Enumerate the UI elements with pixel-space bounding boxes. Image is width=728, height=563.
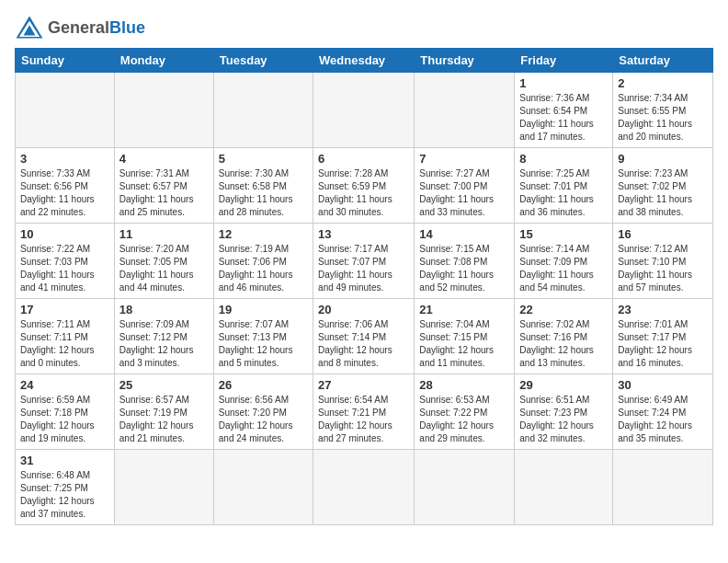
day-info: Sunrise: 7:07 AM Sunset: 7:13 PM Dayligh… [219,318,308,370]
day-info: Sunrise: 7:04 AM Sunset: 7:15 PM Dayligh… [419,318,509,370]
day-number: 13 [318,227,409,241]
day-info: Sunrise: 7:27 AM Sunset: 7:00 PM Dayligh… [419,167,509,219]
day-info: Sunrise: 7:33 AM Sunset: 6:56 PM Dayligh… [20,167,109,219]
day-number: 12 [219,227,308,241]
calendar-cell: 8Sunrise: 7:25 AM Sunset: 7:01 PM Daylig… [515,148,613,224]
day-number: 23 [618,303,708,316]
calendar-cell [114,450,213,525]
column-header-monday: Monday [114,49,213,73]
day-info: Sunrise: 7:17 AM Sunset: 7:07 PM Dayligh… [318,243,409,294]
calendar-cell [213,450,313,525]
calendar-cell [515,450,613,525]
day-number: 14 [419,227,509,241]
day-number: 27 [318,378,409,392]
day-number: 30 [618,378,708,392]
day-info: Sunrise: 7:20 AM Sunset: 7:05 PM Dayligh… [119,243,209,294]
calendar-cell [415,73,515,148]
calendar-cell [415,450,515,525]
day-info: Sunrise: 6:51 AM Sunset: 7:23 PM Dayligh… [519,394,608,445]
day-number: 29 [519,378,608,392]
day-number: 19 [219,303,308,316]
day-number: 6 [318,152,409,166]
calendar-week-row: 1Sunrise: 7:36 AM Sunset: 6:54 PM Daylig… [16,73,713,148]
day-number: 24 [20,378,109,392]
calendar-cell: 9Sunrise: 7:23 AM Sunset: 7:02 PM Daylig… [613,148,713,224]
calendar-cell: 10Sunrise: 7:22 AM Sunset: 7:03 PM Dayli… [16,224,115,299]
day-info: Sunrise: 7:36 AM Sunset: 6:54 PM Dayligh… [519,92,608,144]
calendar-cell: 12Sunrise: 7:19 AM Sunset: 7:06 PM Dayli… [213,224,313,299]
calendar-cell: 31Sunrise: 6:48 AM Sunset: 7:25 PM Dayli… [16,450,115,525]
calendar-week-row: 17Sunrise: 7:11 AM Sunset: 7:11 PM Dayli… [16,299,713,374]
day-info: Sunrise: 7:34 AM Sunset: 6:55 PM Dayligh… [618,92,708,144]
day-number: 17 [20,303,109,316]
column-header-friday: Friday [515,49,613,73]
calendar-cell [16,73,115,148]
day-number: 20 [318,303,409,316]
day-info: Sunrise: 7:01 AM Sunset: 7:17 PM Dayligh… [618,318,708,370]
day-info: Sunrise: 6:59 AM Sunset: 7:18 PM Dayligh… [20,394,109,445]
day-number: 2 [618,76,708,90]
calendar-cell: 18Sunrise: 7:09 AM Sunset: 7:12 PM Dayli… [114,299,213,374]
day-info: Sunrise: 7:22 AM Sunset: 7:03 PM Dayligh… [20,243,109,294]
calendar-cell [313,73,415,148]
calendar-cell: 23Sunrise: 7:01 AM Sunset: 7:17 PM Dayli… [613,299,713,374]
day-number: 4 [119,152,209,166]
calendar-cell [114,73,213,148]
day-number: 25 [119,378,209,392]
calendar-week-row: 31Sunrise: 6:48 AM Sunset: 7:25 PM Dayli… [16,450,713,525]
day-info: Sunrise: 7:02 AM Sunset: 7:16 PM Dayligh… [519,318,608,370]
column-header-wednesday: Wednesday [313,49,415,73]
day-info: Sunrise: 7:31 AM Sunset: 6:57 PM Dayligh… [119,167,209,219]
calendar-cell: 4Sunrise: 7:31 AM Sunset: 6:57 PM Daylig… [114,148,213,224]
calendar-cell: 6Sunrise: 7:28 AM Sunset: 6:59 PM Daylig… [313,148,415,224]
calendar-cell [213,73,313,148]
logo-text: GeneralBlue [48,19,145,37]
calendar-cell: 16Sunrise: 7:12 AM Sunset: 7:10 PM Dayli… [613,224,713,299]
day-number: 22 [519,303,608,316]
calendar-cell: 17Sunrise: 7:11 AM Sunset: 7:11 PM Dayli… [16,299,115,374]
day-number: 31 [20,454,109,467]
column-header-saturday: Saturday [613,49,713,73]
day-info: Sunrise: 7:11 AM Sunset: 7:11 PM Dayligh… [20,318,109,370]
calendar-cell: 1Sunrise: 7:36 AM Sunset: 6:54 PM Daylig… [515,73,613,148]
day-number: 26 [219,378,308,392]
day-info: Sunrise: 7:23 AM Sunset: 7:02 PM Dayligh… [618,167,708,219]
calendar-cell: 27Sunrise: 6:54 AM Sunset: 7:21 PM Dayli… [313,374,415,450]
day-info: Sunrise: 6:57 AM Sunset: 7:19 PM Dayligh… [119,394,209,445]
calendar-cell: 24Sunrise: 6:59 AM Sunset: 7:18 PM Dayli… [16,374,115,450]
day-number: 11 [119,227,209,241]
day-number: 1 [519,76,608,90]
calendar-cell: 2Sunrise: 7:34 AM Sunset: 6:55 PM Daylig… [613,73,713,148]
day-number: 15 [519,227,608,241]
day-number: 9 [618,152,708,166]
day-info: Sunrise: 7:09 AM Sunset: 7:12 PM Dayligh… [119,318,209,370]
calendar-cell: 28Sunrise: 6:53 AM Sunset: 7:22 PM Dayli… [415,374,515,450]
day-info: Sunrise: 7:25 AM Sunset: 7:01 PM Dayligh… [519,167,608,219]
day-number: 21 [419,303,509,316]
day-info: Sunrise: 7:30 AM Sunset: 6:58 PM Dayligh… [219,167,308,219]
day-number: 5 [219,152,308,166]
calendar-header-row: SundayMondayTuesdayWednesdayThursdayFrid… [16,49,713,73]
day-info: Sunrise: 7:06 AM Sunset: 7:14 PM Dayligh… [318,318,409,370]
day-number: 8 [519,152,608,166]
calendar-cell: 7Sunrise: 7:27 AM Sunset: 7:00 PM Daylig… [415,148,515,224]
day-info: Sunrise: 6:53 AM Sunset: 7:22 PM Dayligh… [419,394,509,445]
calendar-week-row: 10Sunrise: 7:22 AM Sunset: 7:03 PM Dayli… [16,224,713,299]
logo: GeneralBlue [15,15,145,40]
calendar-week-row: 3Sunrise: 7:33 AM Sunset: 6:56 PM Daylig… [16,148,713,224]
calendar-cell: 26Sunrise: 6:56 AM Sunset: 7:20 PM Dayli… [213,374,313,450]
calendar-table: SundayMondayTuesdayWednesdayThursdayFrid… [15,48,713,525]
calendar-cell: 25Sunrise: 6:57 AM Sunset: 7:19 PM Dayli… [114,374,213,450]
calendar-cell: 3Sunrise: 7:33 AM Sunset: 6:56 PM Daylig… [16,148,115,224]
day-number: 18 [119,303,209,316]
day-number: 7 [419,152,509,166]
day-info: Sunrise: 7:28 AM Sunset: 6:59 PM Dayligh… [318,167,409,219]
calendar-cell: 13Sunrise: 7:17 AM Sunset: 7:07 PM Dayli… [313,224,415,299]
day-info: Sunrise: 7:12 AM Sunset: 7:10 PM Dayligh… [618,243,708,294]
calendar-cell: 21Sunrise: 7:04 AM Sunset: 7:15 PM Dayli… [415,299,515,374]
day-number: 3 [20,152,109,166]
page-header: GeneralBlue [15,15,713,40]
calendar-cell: 5Sunrise: 7:30 AM Sunset: 6:58 PM Daylig… [213,148,313,224]
calendar-cell: 15Sunrise: 7:14 AM Sunset: 7:09 PM Dayli… [515,224,613,299]
calendar-cell [613,450,713,525]
